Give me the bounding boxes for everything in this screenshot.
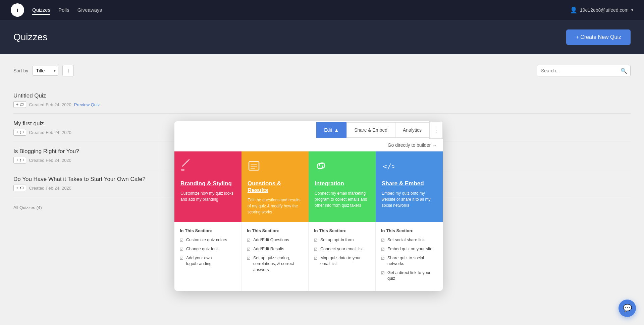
svg-rect-1 (186, 159, 193, 162)
sort-bar: Sort by Title Date Name ↓ 🔍 (13, 65, 631, 76)
edit-icon: ☑ (180, 238, 183, 243)
go-builder-label: Go directly to builder → (388, 142, 437, 148)
edit-icon: ☑ (247, 238, 251, 243)
edit-popup: Edit ▲ Share & Embed Analytics ⋮ Go dire… (174, 121, 443, 291)
nav-links: Quizzes Polls Giveaways (32, 6, 570, 15)
bottom-item-questions-1[interactable]: ☑ Add/Edit Results (247, 246, 303, 252)
edit-icon: ☑ (381, 270, 385, 276)
quiz-meta-0: + 🏷 Created Feb 24, 2020 Preview Quiz (13, 101, 631, 108)
bottom-col-integration: In This Section: ☑ Set up opt-in form ☑ … (309, 222, 376, 291)
search-wrap: 🔍 (537, 65, 631, 76)
section-branding[interactable]: Branding & Styling Customize how my quiz… (174, 151, 241, 222)
add-tag-button-2[interactable]: + 🏷 (13, 157, 26, 164)
branding-icon (180, 159, 235, 175)
bottom-item-integration-2[interactable]: ☑ Map quiz data to your email list (314, 255, 370, 267)
bottom-item-integration-1[interactable]: ☑ Connect your email list (314, 246, 370, 252)
tab-edit[interactable]: Edit ▲ (316, 122, 346, 138)
bottom-item-branding-0[interactable]: ☑ Customize quiz colors (180, 237, 236, 243)
user-icon: 👤 (570, 6, 577, 14)
user-email: 19e12eb8@uifeed.com (580, 7, 629, 13)
chat-bubble[interactable]: 💬 (619, 300, 636, 317)
edit-icon: ☑ (314, 247, 318, 252)
popup-tabs-row: Edit ▲ Share & Embed Analytics ⋮ (174, 121, 443, 139)
tab-edit-label: Edit (324, 127, 332, 133)
bottom-item-share-2[interactable]: ☑ Share quiz to social networks (381, 255, 437, 267)
branding-title[interactable]: Branding & Styling (180, 180, 235, 187)
bottom-details-grid: In This Section: ☑ Customize quiz colors… (174, 222, 443, 291)
edit-icon: ☑ (381, 238, 385, 243)
bottom-col-integration-title: In This Section: (314, 228, 370, 233)
tab-share-embed-label: Share & Embed (354, 127, 387, 133)
section-share[interactable]: </> Share & Embed Embed my quiz onto my … (376, 151, 443, 222)
bottom-item-share-3[interactable]: ☑ Get a direct link to your quiz (381, 270, 437, 282)
edit-icon: ☑ (247, 247, 251, 252)
integration-icon (315, 159, 370, 175)
share-desc: Embed my quiz onto my website or share i… (382, 190, 437, 208)
preview-quiz-link-0[interactable]: Preview Quiz (74, 102, 100, 107)
edit-icon: ☑ (314, 256, 318, 261)
edit-icon: ☑ (247, 256, 251, 261)
share-icon: </> (382, 159, 437, 175)
quiz-date-2: Created Feb 24, 2020 (29, 158, 71, 163)
sort-select-wrap: Title Date Name (32, 66, 58, 76)
nav-polls[interactable]: Polls (58, 6, 69, 15)
nav-quizzes[interactable]: Quizzes (32, 6, 50, 15)
logo[interactable]: i (11, 3, 24, 17)
quiz-date-0: Created Feb 24, 2020 (29, 102, 71, 107)
bottom-col-questions: In This Section: ☑ Add/Edit Questions ☑ … (241, 222, 309, 291)
bottom-item-share-1[interactable]: ☑ Embed quiz on your site (381, 246, 437, 252)
chevron-up-icon: ▲ (334, 127, 339, 133)
add-tag-button-0[interactable]: + 🏷 (13, 101, 26, 108)
bottom-item-branding-2[interactable]: ☑ Add your own logo/branding (180, 255, 236, 267)
edit-icon: ☑ (381, 247, 385, 252)
svg-rect-0 (182, 161, 188, 167)
tab-analytics-label: Analytics (403, 127, 422, 133)
questions-title[interactable]: Questions & Results (248, 180, 303, 194)
all-quizzes-label: All Quizzes (4) (13, 205, 42, 210)
create-quiz-button[interactable]: + Create New Quiz (566, 29, 631, 45)
bottom-item-integration-0[interactable]: ☑ Set up opt-in form (314, 237, 370, 243)
bottom-col-branding: In This Section: ☑ Customize quiz colors… (174, 222, 241, 291)
tab-analytics[interactable]: Analytics (395, 122, 429, 138)
svg-rect-2 (181, 169, 184, 171)
quiz-item-0: Untitled Quiz + 🏷 Created Feb 24, 2020 P… (13, 86, 631, 114)
more-options-button[interactable]: ⋮ (429, 121, 443, 139)
bottom-col-share-title: In This Section: (381, 228, 437, 233)
edit-icon: ☑ (180, 256, 183, 261)
bottom-item-branding-1[interactable]: ☑ Change quiz font (180, 246, 236, 252)
svg-text:</>: </> (383, 162, 394, 171)
sort-label: Sort by (13, 68, 28, 73)
page-title: Quizzes (13, 32, 47, 43)
main-content: Sort by Title Date Name ↓ 🔍 Untitled Qui… (0, 54, 644, 325)
add-tag-button-3[interactable]: + 🏷 (13, 185, 26, 191)
search-input[interactable] (537, 65, 631, 76)
go-to-builder[interactable]: Go directly to builder → (174, 139, 443, 151)
section-grid: Branding & Styling Customize how my quiz… (174, 151, 443, 222)
edit-icon: ☑ (180, 247, 183, 252)
user-menu[interactable]: 👤 19e12eb8@uifeed.com ▾ (570, 6, 633, 14)
chat-icon: 💬 (623, 304, 632, 313)
section-questions[interactable]: Questions & Results Edit the questions a… (241, 151, 309, 222)
bottom-item-questions-0[interactable]: ☑ Add/Edit Questions (247, 237, 303, 243)
search-icon[interactable]: 🔍 (621, 68, 627, 74)
add-tag-button-1[interactable]: + 🏷 (13, 129, 26, 136)
bottom-item-questions-2[interactable]: ☑ Set up quiz scoring, correlations, & c… (247, 255, 303, 273)
tab-share-embed[interactable]: Share & Embed (346, 122, 395, 138)
nav-giveaways[interactable]: Giveaways (77, 6, 102, 15)
page-header: Quizzes + Create New Quiz (0, 20, 644, 54)
integration-title[interactable]: Integration (315, 180, 370, 187)
integration-desc: Connect my email marketing program to co… (315, 190, 370, 208)
bottom-item-share-0[interactable]: ☑ Set social share link (381, 237, 437, 243)
bottom-col-branding-title: In This Section: (180, 228, 236, 233)
bottom-col-share: In This Section: ☑ Set social share link… (376, 222, 443, 291)
quiz-title-0: Untitled Quiz (13, 92, 631, 99)
sort-select[interactable]: Title Date Name (32, 66, 58, 76)
questions-desc: Edit the questions and results of my qui… (248, 197, 303, 215)
share-title[interactable]: Share & Embed (382, 180, 437, 187)
section-integration[interactable]: Integration Connect my email marketing p… (309, 151, 376, 222)
questions-icon (248, 159, 303, 175)
edit-icon: ☑ (381, 256, 385, 261)
sort-direction-button[interactable]: ↓ (62, 65, 74, 76)
bottom-col-questions-title: In This Section: (247, 228, 303, 233)
branding-desc: Customize how my quiz looks and add my b… (180, 190, 235, 202)
